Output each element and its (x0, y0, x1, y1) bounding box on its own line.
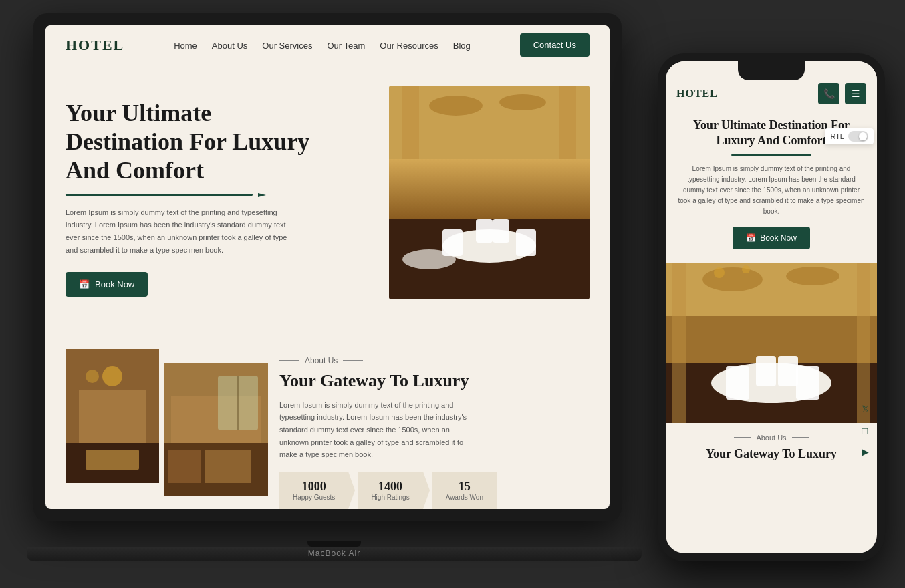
rtl-toggle[interactable]: RTL (825, 128, 874, 144)
gallery-image-2 (164, 363, 268, 496)
stat-label-awards: Awards Won (446, 494, 483, 501)
svg-rect-12 (389, 159, 590, 219)
stat-label-guests: Happy Guests (293, 494, 335, 501)
toggle-knob (859, 132, 867, 140)
stats-row: 1000 Happy Guests 1400 High Ratings 15 A… (279, 472, 590, 509)
navbar: HOTEL Home About Us Our Services Our Tea… (45, 25, 610, 65)
phone-notch (738, 61, 805, 80)
phone-calendar-icon: 📅 (746, 233, 756, 243)
laptop-label: MacBook Air (308, 549, 360, 558)
phone-underline (731, 154, 811, 156)
svg-point-16 (102, 366, 122, 386)
svg-point-34 (702, 267, 763, 291)
laptop-notch (307, 541, 361, 547)
gallery-svg-1 (66, 349, 159, 483)
phone-call-button[interactable]: 📞 (818, 83, 839, 104)
gallery-column (66, 349, 266, 509)
svg-rect-33 (778, 356, 798, 386)
hero-image (389, 86, 590, 299)
phone-mockup: HOTEL 📞 ☰ RTL Your Ultim (658, 53, 885, 561)
twitter-icon[interactable]: 𝕏 (857, 401, 873, 417)
hero-left: Your Ultimate Destination For Luxury And… (66, 86, 376, 343)
gallery-svg-2 (164, 363, 268, 496)
nav-services[interactable]: Our Services (262, 41, 312, 51)
laptop-screen: HOTEL Home About Us Our Services Our Tea… (45, 25, 610, 509)
svg-point-37 (742, 265, 750, 273)
phone-about-title: Your Gateway To Luxury (676, 447, 866, 461)
phone-hero-desc: Lorem Ipsum is simply dummy text of the … (676, 164, 866, 217)
site-logo: HOTEL (66, 37, 124, 54)
svg-rect-9 (516, 229, 536, 256)
phone-about: About Us Your Gateway To Luxury (666, 423, 877, 472)
phone-content: HOTEL 📞 ☰ RTL Your Ultim (666, 61, 877, 553)
hero-underline (66, 194, 253, 196)
phone-social-icons: 𝕏 ◻ ▶ (857, 401, 873, 460)
menu-icon: ☰ (852, 88, 860, 100)
youtube-icon[interactable]: ▶ (857, 444, 873, 460)
hero-title: Your Ultimate Destination For Luxury And… (66, 99, 333, 186)
nav-home[interactable]: Home (174, 41, 197, 51)
phone-img-svg (666, 263, 877, 423)
about-line-left (279, 360, 299, 361)
nav-team[interactable]: Our Team (327, 41, 365, 51)
calendar-icon: 📅 (79, 279, 90, 289)
about-label: About Us (279, 356, 590, 365)
hero-image-inner (389, 86, 590, 299)
about-column: About Us Your Gateway To Luxury Lorem Ip… (279, 349, 590, 509)
nav-blog[interactable]: Blog (453, 41, 471, 51)
svg-rect-31 (796, 366, 819, 400)
svg-rect-32 (756, 356, 776, 386)
stat-awards: 15 Awards Won (432, 472, 497, 509)
phone-icons: 📞 ☰ (818, 83, 866, 104)
website-content: HOTEL Home About Us Our Services Our Tea… (45, 25, 610, 509)
hero-section: Your Ultimate Destination For Luxury And… (45, 65, 610, 343)
phone-about-line-right (792, 437, 809, 438)
svg-point-1 (429, 96, 483, 116)
laptop-body: HOTEL Home About Us Our Services Our Tea… (33, 13, 622, 521)
book-now-button[interactable]: 📅 Book Now (66, 272, 148, 297)
phone-screen: HOTEL 📞 ☰ RTL Your Ultim (666, 61, 877, 553)
phone-icon: 📞 (823, 88, 835, 100)
svg-rect-28 (666, 316, 877, 363)
toggle-switch[interactable] (848, 131, 868, 142)
svg-rect-15 (79, 390, 146, 443)
hero-description: Lorem Ipsum is simply dummy text of the … (66, 206, 293, 257)
stat-num-ratings: 1400 (371, 480, 409, 494)
nav-resources[interactable]: Our Resources (380, 41, 438, 51)
svg-point-36 (714, 267, 725, 278)
phone-about-label: About Us (676, 434, 866, 442)
svg-rect-38 (672, 263, 686, 423)
phone-about-line-left (734, 437, 751, 438)
rtl-label: RTL (830, 132, 844, 140)
svg-rect-39 (857, 263, 870, 423)
stat-label-ratings: High Ratings (371, 494, 409, 501)
instagram-icon[interactable]: ◻ (857, 422, 873, 438)
gallery-image-1 (66, 349, 159, 483)
stat-num-guests: 1000 (293, 480, 335, 494)
laptop-mockup: HOTEL Home About Us Our Services Our Tea… (33, 13, 635, 561)
stat-ratings: 1400 High Ratings (358, 472, 422, 509)
contact-us-button[interactable]: Contact Us (520, 33, 590, 57)
svg-rect-8 (442, 229, 463, 256)
about-line-right (343, 360, 363, 361)
stat-happy-guests: 1000 Happy Guests (279, 472, 348, 509)
stat-num-awards: 15 (446, 480, 483, 494)
phone-menu-button[interactable]: ☰ (845, 83, 866, 104)
about-title: Your Gateway To Luxury (279, 371, 590, 391)
phone-hero-image (666, 263, 877, 423)
about-description: Lorem Ipsum is simply dummy text of the … (279, 399, 480, 461)
section2: About Us Your Gateway To Luxury Lorem Ip… (45, 349, 610, 509)
svg-rect-18 (86, 450, 139, 470)
nav-about[interactable]: About Us (212, 41, 247, 51)
svg-point-35 (786, 267, 839, 285)
svg-rect-22 (205, 450, 251, 483)
svg-rect-23 (168, 450, 201, 483)
hero-svg (389, 86, 590, 299)
svg-point-2 (499, 94, 546, 110)
hero-right (389, 86, 590, 343)
svg-rect-30 (726, 366, 749, 400)
nav-links: Home About Us Our Services Our Team Our … (174, 39, 471, 51)
phone-book-button[interactable]: 📅 Book Now (733, 227, 810, 249)
svg-point-17 (86, 370, 99, 383)
phone-logo: HOTEL (676, 88, 718, 100)
